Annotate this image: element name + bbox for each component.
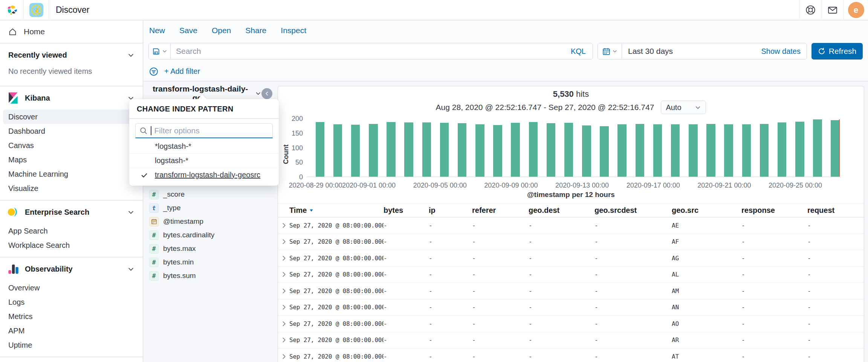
histogram-bar[interactable]	[653, 124, 662, 177]
histogram-bar[interactable]	[671, 124, 680, 177]
expand-row-button[interactable]	[278, 271, 289, 278]
sidebar-item-app-search[interactable]: App Search	[3, 224, 140, 238]
histogram-bar[interactable]	[458, 123, 467, 177]
menu-open-button[interactable]: Open	[212, 26, 231, 35]
user-menu[interactable]: e	[844, 0, 868, 20]
histogram-bar[interactable]	[387, 122, 396, 177]
expand-row-button[interactable]	[278, 321, 289, 327]
histogram-bar[interactable]	[582, 125, 591, 177]
sidebar-item-discover[interactable]: Discover	[3, 110, 140, 124]
interval-select[interactable]: Auto	[661, 101, 706, 114]
help-button[interactable]	[799, 0, 821, 20]
histogram-bar[interactable]	[369, 124, 378, 177]
histogram-bar[interactable]	[493, 125, 502, 177]
add-filter-button[interactable]: + Add filter	[164, 67, 200, 76]
elastic-logo[interactable]	[0, 0, 23, 20]
field-item--type[interactable]: t_type	[143, 201, 278, 215]
sidebar-item-metrics[interactable]: Metrics	[3, 309, 140, 324]
saved-query-button[interactable]	[149, 43, 171, 59]
kql-button[interactable]: KQL	[564, 47, 593, 56]
sidebar-item-dashboard[interactable]: Dashboard	[3, 124, 140, 138]
histogram-bar[interactable]	[422, 122, 431, 177]
column-header-time[interactable]: Time	[289, 206, 384, 215]
histogram-bar[interactable]	[316, 122, 325, 177]
recently-viewed-header[interactable]: Recently viewed	[8, 51, 134, 60]
expand-row-button[interactable]	[278, 255, 289, 261]
quick-select-button[interactable]	[598, 43, 622, 59]
histogram-bar[interactable]	[440, 123, 449, 177]
expand-row-button[interactable]	[278, 304, 289, 310]
sidebar-item-uptime[interactable]: Uptime	[3, 338, 140, 352]
collapse-sidebar-button[interactable]	[261, 88, 272, 99]
column-header-geo-srcdest[interactable]: geo.srcdest	[594, 206, 672, 215]
sidebar-item-machine-learning[interactable]: Machine Learning	[3, 167, 140, 181]
histogram-bar[interactable]	[689, 124, 698, 177]
histogram-bar[interactable]	[760, 124, 769, 177]
histogram-bar[interactable]	[600, 126, 609, 177]
histogram-bar[interactable]	[831, 120, 840, 177]
sidebar-item-workplace-search[interactable]: Workplace Search	[3, 238, 140, 252]
histogram-bar[interactable]	[475, 124, 484, 177]
column-header-bytes[interactable]: bytes	[384, 206, 429, 215]
histogram-bar[interactable]	[795, 122, 804, 177]
histogram-bar[interactable]	[564, 123, 573, 177]
menu-save-button[interactable]: Save	[179, 26, 197, 35]
field-item-bytes-max[interactable]: #bytes.max	[143, 242, 278, 255]
menu-share-button[interactable]: Share	[245, 26, 266, 35]
nav-section-header-kibana[interactable]: Kibana	[0, 86, 143, 110]
histogram-bar[interactable]	[813, 119, 822, 177]
histogram-bar[interactable]	[333, 124, 342, 177]
sidebar-item-overview[interactable]: Overview	[3, 281, 140, 295]
histogram-bar[interactable]	[724, 124, 733, 177]
field-item-bytes-cardinality[interactable]: #bytes.cardinality	[143, 228, 278, 242]
option-label: logstash-*	[155, 156, 188, 165]
histogram-bar[interactable]	[529, 122, 538, 177]
histogram-bar[interactable]	[778, 122, 787, 177]
sidebar-item-canvas[interactable]: Canvas	[3, 138, 140, 153]
field-item-bytes-sum[interactable]: #bytes.sum	[143, 269, 278, 283]
nav-section-header-enterprise-search[interactable]: Enterprise Search	[0, 200, 143, 224]
menu-inspect-button[interactable]: Inspect	[281, 26, 306, 35]
field-item-bytes-min[interactable]: #bytes.min	[143, 255, 278, 269]
time-range-value[interactable]: Last 30 days	[622, 47, 679, 56]
sidebar-item-apm[interactable]: APM	[3, 324, 140, 338]
expand-row-button[interactable]	[278, 238, 289, 245]
chevron-down-icon	[127, 209, 134, 216]
expand-row-button[interactable]	[278, 337, 289, 343]
column-header-geo-src[interactable]: geo.src	[672, 206, 741, 215]
column-header-geo-dest[interactable]: geo.dest	[529, 206, 594, 215]
index-pattern-filter-input[interactable]: Filter options	[135, 123, 273, 138]
field-item--timestamp[interactable]: @timestamp	[143, 215, 278, 228]
column-header-request[interactable]: request	[807, 206, 864, 215]
column-header-response[interactable]: response	[741, 206, 807, 215]
sidebar-item-visualize[interactable]: Visualize	[3, 181, 140, 196]
sidebar-item-maps[interactable]: Maps	[3, 153, 140, 167]
index-pattern-option-transform-logstash-daily-geosrc[interactable]: transform-logstash-daily-geosrc	[129, 168, 279, 182]
histogram-bar[interactable]	[742, 124, 751, 177]
field-item--score[interactable]: #_score	[143, 188, 278, 201]
column-header-referer[interactable]: referer	[472, 206, 529, 215]
newsfeed-button[interactable]	[822, 0, 844, 20]
show-dates-button[interactable]: Show dates	[755, 47, 807, 56]
histogram-bar[interactable]	[547, 123, 556, 177]
expand-row-button[interactable]	[278, 288, 289, 294]
column-header-ip[interactable]: ip	[429, 206, 472, 215]
space-avatar[interactable]	[24, 0, 49, 20]
expand-row-button[interactable]	[278, 222, 289, 229]
histogram-bar[interactable]	[636, 124, 645, 177]
histogram-bar[interactable]	[617, 124, 627, 177]
index-pattern-option-logstash-[interactable]: logstash-*	[129, 153, 279, 168]
histogram-bar[interactable]	[706, 124, 715, 177]
index-pattern-option--logstash-[interactable]: *logstash-*	[129, 139, 279, 153]
sidebar-item-logs[interactable]: Logs	[3, 295, 140, 309]
menu-new-button[interactable]: New	[149, 26, 165, 35]
search-input[interactable]	[171, 43, 564, 59]
expand-row-button[interactable]	[278, 353, 289, 360]
nav-section-header-observability[interactable]: Observability	[0, 257, 143, 281]
filter-icon[interactable]	[149, 67, 158, 76]
histogram-bar[interactable]	[351, 125, 360, 177]
histogram-bar[interactable]	[511, 123, 520, 177]
refresh-button[interactable]: Refresh	[811, 43, 863, 60]
sidebar-item-home[interactable]: Home	[0, 20, 143, 43]
histogram-bar[interactable]	[404, 122, 413, 177]
